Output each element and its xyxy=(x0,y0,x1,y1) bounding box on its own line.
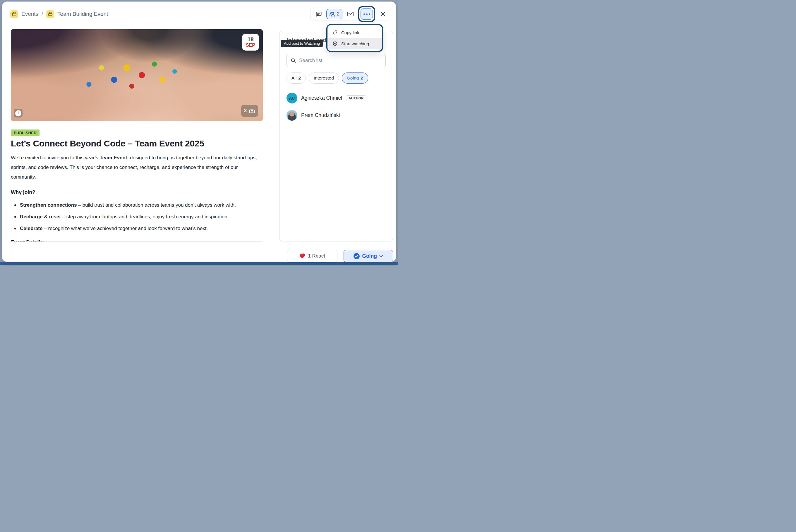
react-label: 1 React xyxy=(308,253,325,259)
event-date-badge: 18 SEP xyxy=(242,34,259,51)
breadcrumb-separator: / xyxy=(41,11,43,17)
menu-item-copy-link[interactable]: Copy link xyxy=(328,27,382,38)
backdrop-bottom-bar xyxy=(0,262,398,265)
brick-icon xyxy=(46,10,54,18)
list-item: Recharge & reset – step away from laptop… xyxy=(11,214,263,220)
intro-bold: Team Event xyxy=(100,155,127,160)
event-date-day: 18 xyxy=(247,37,253,43)
link-icon xyxy=(332,30,338,35)
close-button[interactable] xyxy=(378,9,388,19)
modal-header: Events / Team Building Event xyxy=(10,7,391,21)
heart-icon xyxy=(300,253,305,259)
author-badge: AUTHOR xyxy=(346,95,366,101)
attendees-button[interactable]: 2 xyxy=(326,9,342,19)
event-modal: Events / Team Building Event xyxy=(2,1,396,262)
search-input[interactable] xyxy=(299,58,382,63)
event-details-heading: Event Details: xyxy=(11,240,263,242)
list-item: Celebrate – recognize what we’ve achieve… xyxy=(11,225,263,232)
watch-icon xyxy=(332,41,338,46)
status-badge: PUBLISHED xyxy=(11,130,39,136)
email-button[interactable] xyxy=(345,9,355,19)
attendee-name: Agnieszka Chmiel xyxy=(301,95,342,101)
intro-paragraph: We’re excited to invite you to this year… xyxy=(11,153,263,182)
why-join-heading: Why join? xyxy=(11,189,263,195)
check-icon xyxy=(354,253,360,259)
comment-icon xyxy=(315,11,322,18)
watching-tooltip: Add post to Watching xyxy=(281,40,323,47)
event-date-month: SEP xyxy=(246,43,255,48)
chevron-down-icon xyxy=(379,255,383,258)
react-button[interactable]: 1 React xyxy=(287,250,338,262)
search-box xyxy=(287,54,386,67)
breadcrumb-current[interactable]: Team Building Event xyxy=(46,10,108,18)
footer-actions: 1 React Going xyxy=(287,250,393,262)
toolbar: 2 xyxy=(310,7,391,20)
calendar-icon xyxy=(10,10,18,18)
menu-item-label: Start watching xyxy=(341,41,369,46)
list-item: Strengthen connections – build trust and… xyxy=(11,202,263,208)
menu-annotation-ring: Copy link Start watching xyxy=(326,24,383,52)
camera-icon xyxy=(249,108,255,114)
close-icon xyxy=(380,11,386,17)
more-actions-button[interactable] xyxy=(361,8,373,20)
list-item[interactable]: Prem Chudziński xyxy=(279,107,393,124)
hero-image[interactable]: 18 SEP 3 i xyxy=(11,29,263,121)
filter-chip-all[interactable]: All 2 xyxy=(287,73,306,83)
info-icon: i xyxy=(15,110,21,116)
comments-button[interactable] xyxy=(313,9,323,19)
filter-chip-interested[interactable]: Interested xyxy=(309,73,339,83)
filter-chips: All 2 Interested Going 2 xyxy=(287,73,386,83)
avatar: AC xyxy=(287,93,297,103)
attendees-panel: Interested and going All 2 Interested Go… xyxy=(279,31,393,242)
people-icon xyxy=(329,11,336,17)
image-info-button[interactable]: i xyxy=(14,109,22,117)
breadcrumb-current-label: Team Building Event xyxy=(57,11,108,17)
going-label: Going xyxy=(362,253,377,259)
click-annotation-ring xyxy=(358,6,375,22)
breadcrumb-events-label: Events xyxy=(21,11,38,17)
ellipsis-icon xyxy=(363,14,365,15)
breadcrumb-events[interactable]: Events xyxy=(10,10,38,18)
list-item[interactable]: AC Agnieszka Chmiel AUTHOR xyxy=(279,90,393,107)
mail-icon xyxy=(347,11,354,17)
search-icon xyxy=(291,58,296,63)
attendee-name: Prem Chudziński xyxy=(301,112,340,118)
page-title: Let’s Connect Beyond Code – Team Event 2… xyxy=(11,138,263,149)
attendees-count: 2 xyxy=(337,12,340,17)
post-content: We’re excited to invite you to this year… xyxy=(11,152,263,242)
menu-item-label: Copy link xyxy=(341,30,359,35)
menu-item-start-watching[interactable]: Start watching xyxy=(328,38,382,49)
attendees-list: AC Agnieszka Chmiel AUTHOR Prem Chudzińs… xyxy=(279,90,393,124)
more-actions-menu: Copy link Start watching xyxy=(327,25,382,51)
photo-count: 3 xyxy=(244,108,247,114)
avatar xyxy=(287,110,297,121)
going-button[interactable]: Going xyxy=(344,250,393,262)
photo-count-badge[interactable]: 3 xyxy=(241,104,258,117)
benefits-list: Strengthen connections – build trust and… xyxy=(11,202,263,232)
breadcrumb: Events / Team Building Event xyxy=(10,10,108,18)
filter-chip-going[interactable]: Going 2 xyxy=(342,73,368,83)
